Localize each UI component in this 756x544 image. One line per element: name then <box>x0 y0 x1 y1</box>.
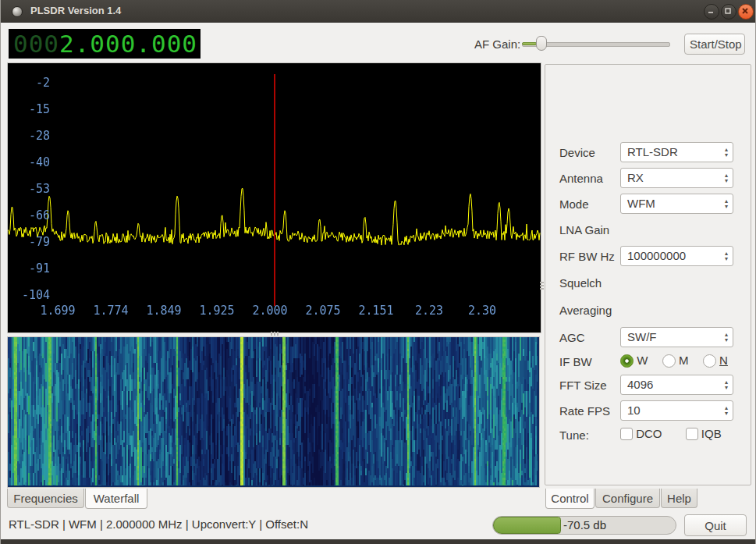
checkbox-iqb[interactable]: IQB <box>686 427 722 440</box>
status-bar-text: RTL-SDR | WFM | 2.000000 MHz | Upconvert… <box>9 517 308 531</box>
y-tick-label: -91 <box>12 261 50 276</box>
vertical-splitter-grip[interactable] <box>540 277 544 294</box>
checkbox-icon <box>686 428 698 440</box>
tab-waterfall[interactable]: Waterfall <box>85 489 147 509</box>
slider-handle[interactable] <box>536 36 547 51</box>
averaging-label: Averaging <box>559 304 612 317</box>
frequency-bright-digits: 2.000.000 <box>59 30 197 58</box>
tab-control[interactable]: Control <box>545 489 595 509</box>
plsdr-window: PLSDR Version 1.4 0002.000.000 AF Gain: … <box>0 0 756 544</box>
y-tick-label: -53 <box>12 182 50 196</box>
x-tick-label: 1.925 <box>199 304 234 318</box>
if-bw-label: IF BW <box>559 355 592 368</box>
device-label: Device <box>559 146 595 159</box>
spinner-icon[interactable]: ▴▾ <box>725 401 728 420</box>
x-tick-label: 1.774 <box>93 304 128 318</box>
radio-if-bw-w[interactable]: W <box>620 354 648 367</box>
maximize-icon <box>724 7 732 15</box>
window-title: PLSDR Version 1.4 <box>30 0 121 22</box>
waterfall-display[interactable] <box>7 336 540 488</box>
device-select[interactable]: RTL-SDR ▴▾ <box>620 142 733 162</box>
x-tick-label: 2.30 <box>468 304 496 318</box>
frequency-dim-digits: 000 <box>13 30 59 58</box>
rf-bw-spinbox[interactable]: 100000000 ▴▾ <box>620 246 733 266</box>
spinner-icon[interactable]: ▴▾ <box>725 169 728 187</box>
horizontal-splitter-grip[interactable] <box>266 332 283 336</box>
rate-fps-spinbox[interactable]: 10 ▴▾ <box>620 400 733 421</box>
checkbox-icon <box>620 428 633 440</box>
agc-select[interactable]: SW/F ▴▾ <box>620 327 733 347</box>
y-tick-label: -2 <box>12 76 50 90</box>
agc-label: AGC <box>559 331 585 344</box>
rf-bw-value: 100000000 <box>627 249 686 262</box>
fft-size-label: FFT Size <box>559 379 607 392</box>
mode-value: WFM <box>627 197 655 210</box>
x-tick-label: 2.075 <box>305 304 340 318</box>
y-tick-label: -104 <box>12 288 50 302</box>
rate-fps-label: Rate FPS <box>559 404 610 418</box>
radio-if-bw-n[interactable]: N <box>703 354 728 367</box>
radio-icon <box>662 354 676 368</box>
spinner-icon[interactable]: ▴▾ <box>725 143 728 162</box>
antenna-select[interactable]: RX ▴▾ <box>620 168 733 188</box>
spinner-icon[interactable]: ▴▾ <box>725 194 728 213</box>
signal-level-bar: -70.5 db <box>492 516 676 535</box>
lna-gain-label: LNA Gain <box>559 223 609 236</box>
tab-configure[interactable]: Configure <box>595 489 660 508</box>
spinner-icon[interactable]: ▴▾ <box>725 328 728 347</box>
x-tick-label: 2.151 <box>358 304 393 318</box>
rate-fps-value: 10 <box>627 404 641 417</box>
if-bw-radio-group: W M N <box>620 354 739 368</box>
close-button[interactable] <box>738 4 754 20</box>
agc-value: SW/F <box>627 330 657 343</box>
window-bottom-edge <box>1 539 755 544</box>
spectrum-display[interactable]: -2-15-28-40-53-66-79-91-104 1.6991.7741.… <box>7 62 541 333</box>
y-tick-label: -28 <box>12 129 50 143</box>
signal-level-label: -70.5 db <box>563 517 606 534</box>
af-gain-slider[interactable] <box>522 36 670 51</box>
tab-help[interactable]: Help <box>661 489 697 508</box>
x-tick-label: 2.23 <box>415 304 443 318</box>
tune-checkbox-group: DCO IQB <box>620 427 722 440</box>
device-value: RTL-SDR <box>627 145 678 158</box>
y-tick-label: -66 <box>12 208 50 222</box>
maximize-button[interactable] <box>721 4 736 20</box>
tuning-marker-line <box>274 74 275 306</box>
x-tick-label: 1.849 <box>146 304 181 318</box>
fft-size-spinbox[interactable]: 4096 ▴▾ <box>620 375 733 395</box>
start-stop-button[interactable]: Start/Stop <box>684 34 745 55</box>
tab-frequencies[interactable]: Frequencies <box>7 489 84 508</box>
y-tick-label: -79 <box>12 235 50 249</box>
x-tick-label: 2.000 <box>252 304 287 318</box>
close-icon <box>741 7 749 15</box>
radio-if-bw-m[interactable]: M <box>662 354 689 367</box>
quit-button[interactable]: Quit <box>684 514 747 536</box>
waterfall-canvas[interactable] <box>8 337 538 485</box>
minimize-button[interactable] <box>704 4 719 20</box>
y-tick-label: -40 <box>12 155 50 169</box>
af-gain-label: AF Gain: <box>474 37 520 51</box>
radio-selected-icon <box>620 354 634 368</box>
fft-size-value: 4096 <box>627 378 653 391</box>
radio-icon <box>703 354 716 368</box>
mode-select[interactable]: WFM ▴▾ <box>620 194 733 214</box>
frequency-display[interactable]: 0002.000.000 <box>9 29 201 59</box>
control-panel: Device RTL-SDR ▴▾ Antenna RX ▴▾ Mode WFM… <box>545 64 751 485</box>
antenna-value: RX <box>627 171 644 184</box>
slider-fill <box>522 42 537 45</box>
signal-level-fill <box>493 517 561 534</box>
titlebar[interactable]: PLSDR Version 1.4 <box>1 0 755 23</box>
mode-label: Mode <box>559 197 589 211</box>
x-tick-label: 1.699 <box>40 304 75 318</box>
app-icon <box>12 6 23 17</box>
rf-bw-label: RF BW Hz <box>559 250 615 263</box>
spinner-icon[interactable]: ▴▾ <box>725 247 728 265</box>
spinner-icon[interactable]: ▴▾ <box>725 375 728 394</box>
tune-label: Tune: <box>559 428 589 442</box>
y-tick-label: -15 <box>12 102 50 116</box>
squelch-label: Squelch <box>559 276 602 290</box>
antenna-label: Antenna <box>559 172 603 185</box>
checkbox-dco[interactable]: DCO <box>620 427 662 440</box>
minimize-icon <box>707 7 715 15</box>
